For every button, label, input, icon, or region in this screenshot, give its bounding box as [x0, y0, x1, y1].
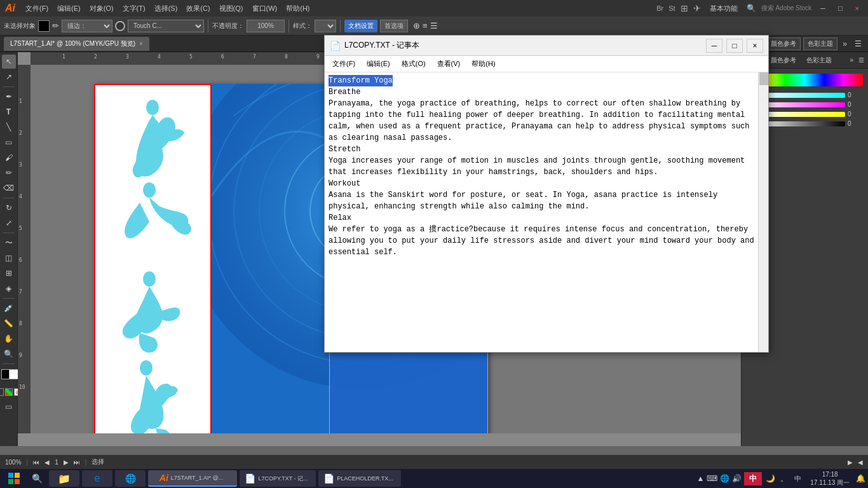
- pin-icon[interactable]: ✈: [693, 3, 701, 13]
- line-tool[interactable]: ╲: [2, 120, 16, 134]
- paintbrush-tool[interactable]: 🖌: [2, 151, 16, 165]
- none-color[interactable]: [0, 388, 4, 396]
- notifications-icon[interactable]: 🔔: [856, 474, 865, 483]
- align-icon[interactable]: ≡: [423, 21, 428, 30]
- menu-window[interactable]: 窗口(W): [248, 3, 281, 15]
- color-ref-tab[interactable]: 颜色参考: [768, 55, 799, 66]
- doc-tab-close-button[interactable]: ×: [139, 40, 143, 47]
- touch-dropdown[interactable]: Touch C...: [128, 20, 204, 32]
- document-settings-button[interactable]: 文档设置: [344, 20, 377, 32]
- taskbar-file-explorer[interactable]: 📁: [49, 470, 79, 487]
- notepad-menu-format[interactable]: 格式(O): [397, 58, 431, 70]
- notepad-menu-help[interactable]: 帮助(H): [466, 58, 500, 70]
- notepad-maximize-button[interactable]: □: [726, 39, 743, 53]
- screen-mode-button[interactable]: ▭: [2, 400, 16, 414]
- panel-close-icon[interactable]: ☰: [858, 57, 864, 64]
- pencil-tool[interactable]: ✏: [2, 166, 16, 180]
- volume-icon[interactable]: 🔊: [732, 474, 742, 483]
- taskbar-search-button[interactable]: 🔍: [27, 470, 47, 487]
- nav-prev-icon[interactable]: ⏮: [33, 459, 39, 466]
- blend-tool[interactable]: ◈: [2, 281, 16, 295]
- pen-tool[interactable]: ✒: [2, 90, 16, 104]
- notepad-menu-file[interactable]: 文件(F): [327, 58, 360, 70]
- network-icon[interactable]: 🌐: [720, 474, 729, 483]
- notepad-menu-edit[interactable]: 编辑(E): [362, 58, 395, 70]
- menu-effect[interactable]: 效果(C): [182, 3, 214, 15]
- rotate-tool[interactable]: ↻: [2, 201, 16, 215]
- menu-view[interactable]: 视图(Q): [215, 3, 247, 15]
- menu-text[interactable]: 文字(T): [119, 3, 149, 15]
- notepad-app-icon: 📄: [330, 41, 341, 51]
- gradient-tool[interactable]: ◫: [2, 251, 16, 265]
- rect-tool[interactable]: ▭: [2, 135, 16, 149]
- taskbar-illustrator-app[interactable]: Ai L7START_1.AI* @...: [148, 470, 237, 487]
- stroke-dropdown[interactable]: 描边：: [62, 20, 112, 32]
- minimize-button[interactable]: ─: [817, 4, 829, 12]
- separator3: [340, 20, 341, 32]
- system-clock[interactable]: 17:18 17.11.13 周一: [806, 470, 853, 487]
- ime-indicator[interactable]: 中: [744, 472, 762, 485]
- transform-icon[interactable]: ⊕: [413, 21, 420, 30]
- stock-icon[interactable]: St: [668, 4, 675, 12]
- gradient-color[interactable]: [5, 388, 13, 396]
- mesh-tool[interactable]: ⊞: [2, 266, 16, 280]
- select-tool[interactable]: ↖: [2, 55, 16, 69]
- preferences-button[interactable]: 首选项: [380, 20, 408, 32]
- measure-tool[interactable]: 📏: [2, 316, 16, 330]
- scale-tool[interactable]: ⤢: [2, 216, 16, 230]
- direct-select-tool[interactable]: ↗: [2, 70, 16, 84]
- menu-select[interactable]: 选择(S): [151, 3, 182, 15]
- hand-tool[interactable]: ✋: [2, 332, 16, 346]
- style-dropdown[interactable]: [315, 20, 336, 32]
- taskbar-edge-browser[interactable]: e: [82, 470, 112, 487]
- maximize-button[interactable]: □: [834, 4, 846, 12]
- zoom-tool[interactable]: 🔍: [2, 347, 16, 361]
- panel-menu-icon[interactable]: ☰: [852, 39, 864, 48]
- color-theme-tab[interactable]: 色彩主题: [804, 55, 834, 66]
- notepad-minimize-button[interactable]: ─: [706, 39, 722, 53]
- notepad-text-area[interactable]: Transform Yoga Breathe Pranayama, the yo…: [325, 72, 758, 352]
- start-button[interactable]: [3, 470, 25, 487]
- taskbar-notepad2-app[interactable]: 📄 PLACEHOLDER.TX...: [318, 470, 401, 487]
- menu-edit[interactable]: 编辑(E): [53, 3, 85, 15]
- menu-icon[interactable]: ☰: [430, 21, 438, 30]
- taskbar-search-icon: 🔍: [32, 473, 43, 484]
- brush-icon[interactable]: ✏: [52, 21, 59, 30]
- opacity-input[interactable]: [247, 20, 285, 32]
- cyan-slider[interactable]: [757, 93, 845, 98]
- language-indicator[interactable]: 中: [792, 474, 804, 484]
- notepad-close-button[interactable]: ×: [747, 39, 763, 53]
- fill-color-swatch[interactable]: [38, 20, 50, 32]
- warp-tool[interactable]: 〜: [2, 236, 16, 250]
- magenta-slider[interactable]: [757, 102, 845, 107]
- close-button[interactable]: ×: [851, 4, 863, 12]
- nav-fwd-icon[interactable]: ▶: [64, 459, 69, 466]
- eyedropper-tool[interactable]: 💉: [2, 301, 16, 315]
- tray-up-arrow-icon[interactable]: ▲: [696, 474, 704, 483]
- grid-icon[interactable]: ⊞: [681, 3, 688, 13]
- notepad-menu-view[interactable]: 查看(V): [432, 58, 466, 70]
- eraser-tool[interactable]: ⌫: [2, 181, 16, 195]
- cc-icon[interactable]: Br: [656, 4, 663, 12]
- keyboard-icon[interactable]: ⌨: [707, 474, 717, 483]
- nav-last-icon[interactable]: ⏭: [74, 459, 80, 466]
- workspace-dropdown[interactable]: 基本功能: [706, 3, 742, 15]
- scroll-left-arrow[interactable]: ◀: [858, 459, 863, 466]
- type-tool[interactable]: T: [2, 105, 16, 119]
- notepad-scrollbar[interactable]: [758, 72, 768, 352]
- taskbar-browser2[interactable]: 🌐: [115, 470, 146, 487]
- doc-tab[interactable]: L7START_1.AI* @ 100% (CMYK/GPU 预览) ×: [4, 37, 149, 51]
- nav-back-icon[interactable]: ◀: [44, 459, 50, 466]
- color-theme-panel-button[interactable]: 色彩主题: [803, 37, 837, 50]
- color-ref-panel-button[interactable]: 颜色参考: [766, 37, 801, 50]
- scroll-right-arrow[interactable]: ▶: [848, 459, 853, 466]
- panel-expand-icon[interactable]: »: [850, 57, 853, 64]
- taskbar-notepad1-app[interactable]: 📄 L7COPY.TXT - 记...: [240, 470, 316, 487]
- expand-panels-icon[interactable]: »: [840, 39, 850, 48]
- file-explorer-icon: 📁: [58, 473, 71, 485]
- menu-object[interactable]: 对象(O): [86, 3, 118, 15]
- yellow-slider[interactable]: [757, 112, 845, 117]
- menu-help[interactable]: 帮助(H): [282, 3, 313, 15]
- black-slider[interactable]: [757, 121, 845, 126]
- menu-file[interactable]: 文件(F): [22, 3, 52, 15]
